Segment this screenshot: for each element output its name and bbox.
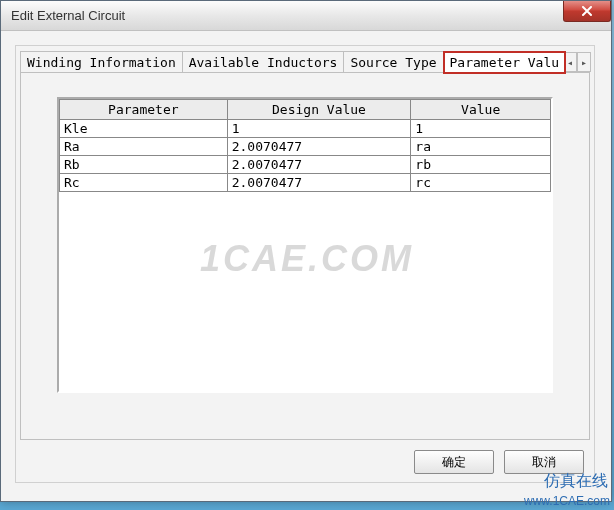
client-area: Winding Information Available Inductors …	[1, 31, 611, 497]
table-row[interactable]: Rc 2.0070477 rc	[60, 174, 551, 192]
tab-panel: Parameter Design Value Value Kle 1 1	[20, 72, 590, 440]
ok-button[interactable]: 确定	[414, 450, 494, 474]
table-row[interactable]: Ra 2.0070477 ra	[60, 138, 551, 156]
dialog-window: Edit External Circuit Winding Informatio…	[0, 0, 612, 502]
tab-source-type[interactable]: Source Type	[343, 51, 443, 74]
close-button[interactable]	[563, 1, 611, 22]
cell-parameter[interactable]: Ra	[60, 138, 228, 156]
chevron-right-icon: ▸	[581, 57, 587, 68]
cell-value[interactable]: ra	[411, 138, 551, 156]
titlebar: Edit External Circuit	[1, 1, 611, 31]
table-row[interactable]: Kle 1 1	[60, 120, 551, 138]
cancel-button[interactable]: 取消	[504, 450, 584, 474]
col-value[interactable]: Value	[411, 100, 551, 120]
tab-container: Winding Information Available Inductors …	[15, 45, 595, 483]
col-parameter[interactable]: Parameter	[60, 100, 228, 120]
table-header-row: Parameter Design Value Value	[60, 100, 551, 120]
window-title: Edit External Circuit	[11, 8, 125, 23]
tabstrip: Winding Information Available Inductors …	[20, 51, 590, 73]
chevron-left-icon: ◂	[567, 57, 573, 68]
cell-design-value[interactable]: 2.0070477	[227, 156, 411, 174]
tab-available-inductors[interactable]: Available Inductors	[182, 51, 345, 74]
cell-parameter[interactable]: Kle	[60, 120, 228, 138]
table-row[interactable]: Rb 2.0070477 rb	[60, 156, 551, 174]
tab-scroll-nav: ◂ ▸	[563, 52, 591, 72]
cell-parameter[interactable]: Rc	[60, 174, 228, 192]
tab-parameter-values[interactable]: Parameter Valu	[443, 51, 567, 74]
parameter-table-wrap: Parameter Design Value Value Kle 1 1	[57, 97, 553, 393]
dialog-buttons: 确定 取消	[414, 450, 584, 474]
parameter-table[interactable]: Parameter Design Value Value Kle 1 1	[59, 99, 551, 192]
cell-design-value[interactable]: 1	[227, 120, 411, 138]
cell-parameter[interactable]: Rb	[60, 156, 228, 174]
tab-scroll-right[interactable]: ▸	[577, 52, 591, 72]
cell-design-value[interactable]: 2.0070477	[227, 174, 411, 192]
cell-design-value[interactable]: 2.0070477	[227, 138, 411, 156]
cell-value[interactable]: 1	[411, 120, 551, 138]
cell-value[interactable]: rb	[411, 156, 551, 174]
close-icon	[581, 6, 593, 17]
tab-winding-information[interactable]: Winding Information	[20, 51, 183, 74]
col-design-value[interactable]: Design Value	[227, 100, 411, 120]
cell-value[interactable]: rc	[411, 174, 551, 192]
